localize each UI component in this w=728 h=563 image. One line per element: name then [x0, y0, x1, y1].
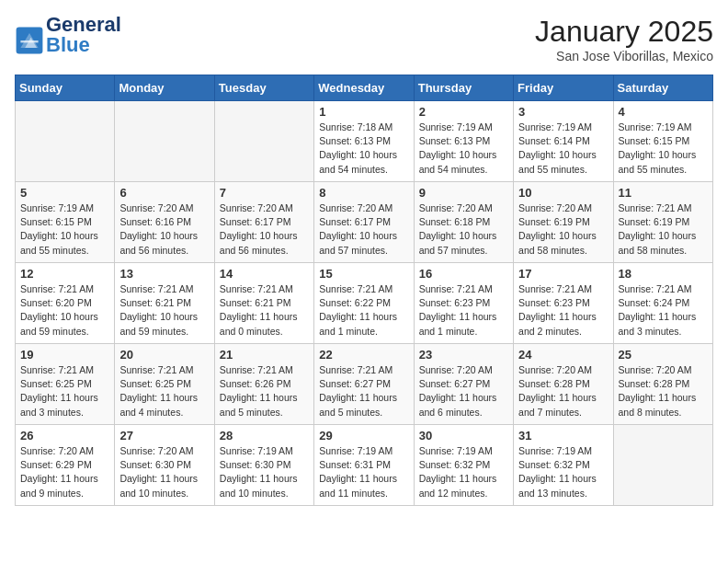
calendar-cell: 27Sunrise: 7:20 AM Sunset: 6:30 PM Dayli…: [115, 425, 214, 506]
calendar-cell: 14Sunrise: 7:21 AM Sunset: 6:21 PM Dayli…: [214, 263, 313, 344]
svg-rect-3: [20, 40, 38, 42]
day-of-week-header: Tuesday: [214, 75, 313, 101]
calendar-week-row: 19Sunrise: 7:21 AM Sunset: 6:25 PM Dayli…: [16, 344, 713, 425]
logo-blue: Blue: [46, 33, 90, 56]
calendar-header-row: SundayMondayTuesdayWednesdayThursdayFrid…: [16, 75, 713, 101]
calendar-cell: [16, 101, 115, 182]
calendar-cell: 10Sunrise: 7:20 AM Sunset: 6:19 PM Dayli…: [514, 182, 613, 263]
day-number: 23: [419, 348, 508, 362]
day-of-week-header: Sunday: [16, 75, 115, 101]
day-info: Sunrise: 7:20 AM Sunset: 6:17 PM Dayligh…: [319, 201, 408, 258]
day-number: 15: [319, 267, 408, 281]
day-info: Sunrise: 7:21 AM Sunset: 6:21 PM Dayligh…: [220, 282, 309, 339]
logo-icon: [15, 26, 44, 55]
day-number: 2: [419, 105, 508, 119]
day-number: 31: [518, 429, 608, 442]
calendar-cell: 18Sunrise: 7:21 AM Sunset: 6:24 PM Dayli…: [613, 263, 712, 344]
day-info: Sunrise: 7:19 AM Sunset: 6:31 PM Dayligh…: [319, 444, 408, 500]
calendar-cell: 23Sunrise: 7:20 AM Sunset: 6:27 PM Dayli…: [414, 344, 513, 425]
day-number: 22: [319, 348, 408, 362]
calendar-cell: [115, 101, 214, 182]
day-info: Sunrise: 7:21 AM Sunset: 6:23 PM Dayligh…: [518, 282, 608, 339]
day-number: 6: [119, 186, 209, 200]
day-info: Sunrise: 7:19 AM Sunset: 6:32 PM Dayligh…: [518, 444, 608, 500]
calendar-cell: 11Sunrise: 7:21 AM Sunset: 6:19 PM Dayli…: [613, 182, 712, 263]
logo: General Blue: [15, 15, 121, 55]
calendar-week-row: 12Sunrise: 7:21 AM Sunset: 6:20 PM Dayli…: [16, 263, 713, 344]
day-info: Sunrise: 7:19 AM Sunset: 6:15 PM Dayligh…: [20, 201, 109, 258]
day-number: 1: [319, 105, 408, 119]
calendar-cell: [214, 101, 313, 182]
day-info: Sunrise: 7:21 AM Sunset: 6:27 PM Dayligh…: [319, 363, 408, 419]
day-number: 10: [518, 186, 608, 200]
calendar-cell: [613, 425, 712, 506]
day-number: 14: [220, 267, 309, 281]
day-info: Sunrise: 7:21 AM Sunset: 6:21 PM Dayligh…: [119, 282, 209, 339]
day-number: 21: [220, 348, 309, 362]
day-info: Sunrise: 7:21 AM Sunset: 6:25 PM Dayligh…: [119, 363, 209, 419]
calendar-week-row: 5Sunrise: 7:19 AM Sunset: 6:15 PM Daylig…: [16, 182, 713, 263]
calendar-table: SundayMondayTuesdayWednesdayThursdayFrid…: [15, 75, 713, 506]
day-number: 26: [20, 429, 109, 442]
day-number: 8: [319, 186, 408, 200]
day-info: Sunrise: 7:19 AM Sunset: 6:15 PM Dayligh…: [619, 121, 708, 177]
calendar-cell: 6Sunrise: 7:20 AM Sunset: 6:16 PM Daylig…: [115, 182, 214, 263]
calendar-cell: 24Sunrise: 7:20 AM Sunset: 6:28 PM Dayli…: [514, 344, 613, 425]
calendar-cell: 17Sunrise: 7:21 AM Sunset: 6:23 PM Dayli…: [514, 263, 613, 344]
day-number: 30: [419, 429, 508, 442]
day-number: 28: [220, 429, 309, 442]
calendar-cell: 28Sunrise: 7:19 AM Sunset: 6:30 PM Dayli…: [214, 425, 313, 506]
day-number: 20: [119, 348, 209, 362]
location: San Jose Viborillas, Mexico: [535, 49, 713, 63]
day-info: Sunrise: 7:19 AM Sunset: 6:14 PM Dayligh…: [518, 121, 608, 177]
day-number: 7: [220, 186, 309, 200]
day-number: 4: [619, 105, 708, 119]
calendar-cell: 3Sunrise: 7:19 AM Sunset: 6:14 PM Daylig…: [514, 101, 613, 182]
day-number: 5: [20, 186, 109, 200]
calendar-cell: 30Sunrise: 7:19 AM Sunset: 6:32 PM Dayli…: [414, 425, 513, 506]
day-of-week-header: Saturday: [613, 75, 712, 101]
calendar-cell: 16Sunrise: 7:21 AM Sunset: 6:23 PM Dayli…: [414, 263, 513, 344]
day-info: Sunrise: 7:20 AM Sunset: 6:17 PM Dayligh…: [220, 201, 309, 258]
day-info: Sunrise: 7:21 AM Sunset: 6:25 PM Dayligh…: [20, 363, 109, 419]
day-number: 16: [419, 267, 508, 281]
calendar-cell: 4Sunrise: 7:19 AM Sunset: 6:15 PM Daylig…: [613, 101, 712, 182]
day-of-week-header: Friday: [514, 75, 613, 101]
calendar-cell: 26Sunrise: 7:20 AM Sunset: 6:29 PM Dayli…: [16, 425, 115, 506]
calendar-cell: 13Sunrise: 7:21 AM Sunset: 6:21 PM Dayli…: [115, 263, 214, 344]
day-info: Sunrise: 7:21 AM Sunset: 6:26 PM Dayligh…: [220, 363, 309, 419]
day-number: 25: [619, 348, 708, 362]
day-info: Sunrise: 7:21 AM Sunset: 6:23 PM Dayligh…: [419, 282, 508, 339]
day-info: Sunrise: 7:21 AM Sunset: 6:24 PM Dayligh…: [619, 282, 708, 339]
day-number: 29: [319, 429, 408, 442]
day-number: 13: [119, 267, 209, 281]
day-info: Sunrise: 7:20 AM Sunset: 6:27 PM Dayligh…: [419, 363, 508, 419]
calendar-week-row: 1Sunrise: 7:18 AM Sunset: 6:13 PM Daylig…: [16, 101, 713, 182]
day-info: Sunrise: 7:20 AM Sunset: 6:16 PM Dayligh…: [119, 201, 209, 258]
calendar-week-row: 26Sunrise: 7:20 AM Sunset: 6:29 PM Dayli…: [16, 425, 713, 506]
calendar-cell: 1Sunrise: 7:18 AM Sunset: 6:13 PM Daylig…: [314, 101, 414, 182]
day-number: 9: [419, 186, 508, 200]
calendar-cell: 8Sunrise: 7:20 AM Sunset: 6:17 PM Daylig…: [314, 182, 414, 263]
title-block: January 2025 San Jose Viborillas, Mexico: [535, 15, 713, 63]
calendar-cell: 20Sunrise: 7:21 AM Sunset: 6:25 PM Dayli…: [115, 344, 214, 425]
day-info: Sunrise: 7:18 AM Sunset: 6:13 PM Dayligh…: [319, 121, 408, 177]
day-info: Sunrise: 7:21 AM Sunset: 6:22 PM Dayligh…: [319, 282, 408, 339]
day-number: 11: [619, 186, 708, 200]
day-info: Sunrise: 7:20 AM Sunset: 6:29 PM Dayligh…: [20, 444, 109, 500]
day-of-week-header: Monday: [115, 75, 214, 101]
page-header: General Blue January 2025 San Jose Vibor…: [15, 15, 713, 63]
day-info: Sunrise: 7:19 AM Sunset: 6:30 PM Dayligh…: [220, 444, 309, 500]
month-title: January 2025: [535, 15, 713, 49]
day-info: Sunrise: 7:19 AM Sunset: 6:32 PM Dayligh…: [419, 444, 508, 500]
calendar-cell: 7Sunrise: 7:20 AM Sunset: 6:17 PM Daylig…: [214, 182, 313, 263]
day-info: Sunrise: 7:20 AM Sunset: 6:30 PM Dayligh…: [119, 444, 209, 500]
day-number: 27: [119, 429, 209, 442]
calendar-cell: 22Sunrise: 7:21 AM Sunset: 6:27 PM Dayli…: [314, 344, 414, 425]
day-info: Sunrise: 7:21 AM Sunset: 6:20 PM Dayligh…: [20, 282, 109, 339]
calendar-cell: 12Sunrise: 7:21 AM Sunset: 6:20 PM Dayli…: [16, 263, 115, 344]
calendar-cell: 15Sunrise: 7:21 AM Sunset: 6:22 PM Dayli…: [314, 263, 414, 344]
day-of-week-header: Thursday: [414, 75, 513, 101]
day-number: 17: [518, 267, 608, 281]
calendar-cell: 19Sunrise: 7:21 AM Sunset: 6:25 PM Dayli…: [16, 344, 115, 425]
